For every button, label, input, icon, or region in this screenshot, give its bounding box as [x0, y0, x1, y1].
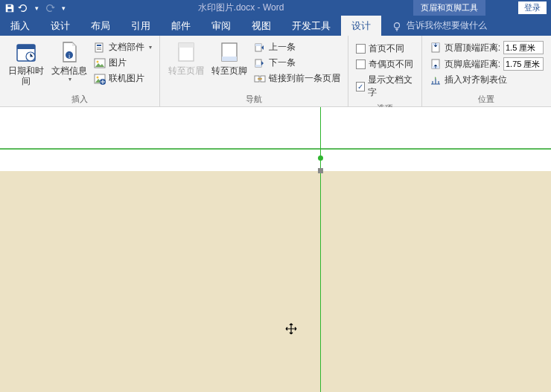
tab-references[interactable]: 引用 [121, 16, 161, 36]
tab-mailings[interactable]: 邮件 [161, 16, 201, 36]
online-picture-icon [94, 73, 106, 85]
date-time-label: 日期和时间 [4, 65, 48, 86]
quick-access-toolbar: ▾ ▾ [4, 3, 69, 13]
different-first-checkbox[interactable]: 首页不同 [354, 42, 415, 56]
header-distance-label: 页眉顶端距离: [445, 42, 500, 54]
next-button[interactable]: 下一条 [252, 56, 342, 70]
bulb-icon [392, 21, 402, 31]
svg-rect-16 [179, 43, 194, 48]
header-distance-input[interactable]: 1.5 厘米 [503, 41, 544, 54]
previous-label: 上一条 [269, 41, 296, 54]
goto-header-label: 转至页眉 [168, 65, 204, 76]
contextual-tab-label: 页眉和页脚工具 [413, 0, 485, 16]
menu-bar: 插入 设计 布局 引用 邮件 审阅 视图 开发工具 设计 告诉我你想要做什么 [0, 16, 551, 36]
tab-design-top[interactable]: 设计 [40, 16, 80, 36]
group-insert-label: 插入 [4, 92, 155, 105]
date-time-button[interactable]: 日期和时间 [4, 39, 48, 88]
different-odd-even-checkbox[interactable]: 奇偶页不同 [354, 57, 415, 71]
next-label: 下一条 [269, 57, 296, 69]
group-options: 首页不同 奇偶页不同 ✓ 显示文档文字 选项 [348, 36, 422, 106]
document-info-icon: i [57, 40, 81, 64]
footer-distance-label: 页脚底端距离: [445, 58, 500, 71]
title-bar: ▾ ▾ 水印图片.docx - Word 页眉和页脚工具 登录 [0, 0, 551, 16]
doc-info-button[interactable]: i 文档信息 ▾ [48, 39, 91, 84]
goto-footer-icon [217, 40, 241, 64]
group-insert: 日期和时间 i 文档信息 ▾ 文档部件 ▾ [0, 36, 160, 106]
picture-button[interactable]: 图片 [92, 56, 153, 70]
tell-me-placeholder: 告诉我你想要做什么 [407, 19, 487, 32]
guide-line-horizontal [0, 149, 551, 150]
tab-layout[interactable]: 布局 [80, 16, 121, 36]
picture-label: 图片 [109, 57, 127, 69]
goto-footer-button[interactable]: 转至页脚 [208, 39, 251, 77]
svg-rect-8 [97, 48, 101, 48]
qat-dropdown-icon[interactable]: ▾ [31, 3, 42, 13]
dropdown-icon: ▾ [149, 44, 152, 51]
svg-rect-2 [17, 45, 35, 49]
tab-developer[interactable]: 开发工具 [281, 16, 341, 36]
group-navigation: 转至页眉 转至页脚 上一条 下一条 [160, 36, 348, 106]
svg-point-13 [97, 76, 99, 78]
goto-header-button[interactable]: 转至页眉 [165, 39, 208, 77]
different-odd-even-label: 奇偶页不同 [369, 58, 413, 71]
svg-rect-7 [97, 45, 101, 46]
quick-parts-label: 文档部件 [109, 41, 144, 54]
online-picture-button[interactable]: 联机图片 [92, 71, 153, 86]
login-button[interactable]: 登录 [518, 1, 547, 14]
document-area[interactable] [0, 107, 551, 392]
previous-button[interactable]: 上一条 [252, 40, 342, 54]
customize-qat-icon[interactable]: ▾ [58, 3, 69, 13]
group-position-label: 位置 [427, 92, 547, 105]
tab-design[interactable]: 设计 [341, 16, 381, 36]
svg-point-11 [97, 60, 99, 62]
header-region[interactable] [0, 107, 551, 149]
link-previous-label: 链接到前一条页眉 [269, 72, 340, 85]
previous-icon [254, 42, 266, 54]
svg-rect-22 [255, 65, 261, 67]
save-icon[interactable] [4, 3, 15, 13]
tab-view[interactable]: 视图 [241, 16, 281, 36]
footer-distance-icon [430, 58, 442, 70]
ribbon: 日期和时间 i 文档信息 ▾ 文档部件 ▾ [0, 36, 551, 107]
picture-icon [94, 57, 106, 69]
selection-handle-square[interactable] [318, 168, 323, 173]
svg-rect-20 [255, 44, 261, 46]
document-parts-icon [94, 42, 106, 54]
different-first-label: 首页不同 [369, 42, 404, 55]
dropdown-icon: ▾ [69, 76, 71, 83]
group-position: 页眉顶端距离: 1.5 厘米 页脚底端距离: 1.75 厘米 插入对齐制表位 [422, 36, 551, 106]
quick-parts-button[interactable]: 文档部件 ▾ [92, 40, 153, 54]
checkbox-icon [356, 44, 366, 54]
checkbox-checked-icon: ✓ [356, 82, 365, 91]
online-picture-label: 联机图片 [109, 72, 144, 85]
doc-info-label: 文档信息 [51, 65, 87, 76]
document-body[interactable] [0, 171, 551, 392]
link-previous-button[interactable]: 链接到前一条页眉 [252, 71, 342, 86]
undo-icon[interactable] [18, 3, 28, 13]
header-distance-icon [430, 42, 442, 54]
insert-alignment-tab-button[interactable]: 插入对齐制表位 [428, 73, 545, 87]
checkbox-icon [356, 60, 366, 69]
move-cursor-icon [285, 323, 297, 337]
tab-review[interactable]: 审阅 [201, 16, 241, 36]
show-doc-text-checkbox[interactable]: ✓ 显示文档文字 [354, 73, 415, 100]
svg-rect-9 [97, 49, 101, 50]
goto-header-icon [174, 40, 198, 64]
tell-me-search[interactable]: 告诉我你想要做什么 [381, 19, 487, 32]
redo-icon[interactable] [45, 3, 55, 13]
show-doc-text-label: 显示文档文字 [368, 74, 414, 99]
svg-point-0 [395, 22, 400, 28]
tab-insert[interactable]: 插入 [0, 16, 40, 36]
svg-rect-18 [222, 57, 237, 61]
guide-line-vertical [320, 107, 321, 392]
selection-handle-dot[interactable] [318, 155, 323, 161]
next-icon [254, 57, 266, 69]
group-navigation-label: 导航 [165, 92, 343, 105]
window-title: 水印图片.docx - Word [69, 1, 413, 14]
align-tab-icon [430, 74, 442, 86]
link-icon [254, 73, 266, 85]
footer-distance-input[interactable]: 1.75 厘米 [503, 57, 544, 71]
goto-footer-label: 转至页脚 [211, 65, 247, 76]
calendar-icon [14, 40, 38, 64]
insert-alignment-tab-label: 插入对齐制表位 [445, 74, 507, 86]
